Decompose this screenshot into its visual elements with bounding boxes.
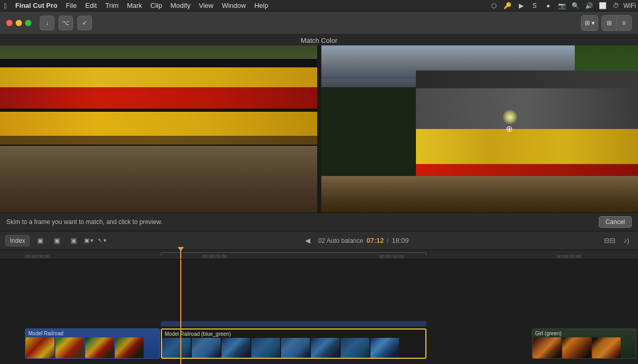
- cursor-indicator: [506, 124, 516, 134]
- train-body: [0, 59, 317, 168]
- apple-logo-icon[interactable]: : [4, 2, 7, 10]
- match-color-header: Match Color: [0, 34, 638, 45]
- circle-icon: ●: [544, 2, 552, 10]
- layout-group: ⊞ ≡: [601, 15, 632, 31]
- timeline-tracks[interactable]: Model Railroad Model Railroad (blue_gree…: [0, 260, 638, 364]
- check-button[interactable]: ✓: [77, 16, 92, 30]
- clip-thumb-y8: [370, 338, 399, 358]
- volume-icon: 🔊: [585, 2, 593, 10]
- timeline-center: 02 Auto balance 07:12 / 18:09: [318, 237, 409, 244]
- clip-thumb-y3: [222, 338, 250, 358]
- viewer-right[interactable]: [321, 45, 639, 213]
- engine-top: [416, 71, 638, 88]
- clip-thumb-1: [26, 337, 54, 358]
- view-toggle-group: ⊞ ▾: [581, 15, 598, 31]
- camera-icon: 📷: [558, 2, 566, 10]
- train-yellow-top: [0, 67, 317, 87]
- menu-window[interactable]: Window: [222, 2, 246, 9]
- rail-bottom: [0, 192, 317, 193]
- clip-appearance-icon[interactable]: ▣: [34, 234, 47, 247]
- train-engine: [416, 71, 638, 187]
- back-arrow-icon: ↓: [45, 19, 49, 27]
- clip-label-model-railroad-bg: Model Railroad (blue_green): [165, 331, 231, 337]
- prev-button[interactable]: ◀: [301, 234, 314, 247]
- menu-trim[interactable]: Trim: [105, 2, 119, 9]
- skim-instruction: Skim to a frame you want to match, and c…: [6, 218, 599, 226]
- engine-body: [416, 88, 638, 129]
- rail-top: [0, 181, 317, 182]
- menu-help[interactable]: Help: [254, 2, 269, 9]
- ground: [0, 154, 317, 213]
- secondary-clip-bar: [161, 321, 426, 326]
- viewer-button[interactable]: ⊞ ▾: [582, 16, 598, 30]
- tool-chevron-icon: ▾: [103, 237, 107, 244]
- timeline-controls: Index ▣ ▣ ▣ ▣ ▾ ↖ ▾ ◀ 02 Auto balance 07…: [0, 231, 638, 250]
- clip-thumbs-yellow: [162, 338, 425, 358]
- zoom-icon[interactable]: ⊟⊟: [604, 234, 616, 247]
- minimize-button[interactable]: [16, 20, 22, 26]
- arrow-tool-icon: ↖: [98, 237, 102, 244]
- menu-edit[interactable]: Edit: [85, 2, 97, 9]
- engine-yellow: [416, 129, 638, 164]
- train-red: [0, 87, 317, 109]
- key-button[interactable]: ⌥: [59, 16, 73, 30]
- chevron-down-icon: ▾: [591, 19, 595, 27]
- back-button[interactable]: ↓: [40, 16, 54, 30]
- menu-file[interactable]: File: [66, 2, 77, 9]
- clip-appearance2-icon[interactable]: ▣: [51, 234, 63, 247]
- fullscreen-button[interactable]: [25, 20, 31, 26]
- list-icon: ≡: [622, 19, 625, 27]
- clip-thumb-3: [85, 337, 114, 358]
- viewer-left[interactable]: [0, 45, 317, 213]
- ruler-mark-0: 00:00:00:00: [25, 254, 50, 259]
- status-bar: Skim to a frame you want to match, and c…: [0, 213, 638, 231]
- headlight: [502, 109, 518, 125]
- list-button[interactable]: ≡: [617, 16, 631, 30]
- app-name[interactable]: Final Cut Pro: [15, 2, 57, 9]
- tool-selector[interactable]: ↖ ▾: [98, 237, 107, 244]
- clip-thumb-y4: [251, 338, 280, 358]
- toolbar-right: ⊞ ▾ ⊞ ≡: [581, 15, 632, 31]
- ground-right: [321, 176, 639, 213]
- clip-thumb-g3: [592, 337, 621, 358]
- clip-thumb-y5: [281, 338, 310, 358]
- clip-label-model-railroad: Model Railroad: [28, 331, 63, 336]
- menu-modify[interactable]: Modify: [170, 2, 190, 9]
- clip-model-railroad[interactable]: Model Railroad: [25, 328, 160, 359]
- timecode-separator: /: [387, 237, 388, 244]
- menu-view[interactable]: View: [199, 2, 213, 9]
- timeline-right: ⊟⊟ ♪): [604, 234, 633, 247]
- s-icon: S: [530, 2, 539, 10]
- play-icon: ▶: [517, 2, 525, 10]
- cancel-button[interactable]: Cancel: [599, 216, 632, 228]
- audio-icon[interactable]: ♪): [620, 234, 633, 247]
- clip-row: Model Railroad Model Railroad (blue_gree…: [0, 327, 638, 359]
- menubar-right: ⬡ 🔑 ▶ S ● 📷 🔍 🔊 ⬜ ⏱ WiFi: [490, 2, 634, 10]
- match-color-title: Match Color: [300, 37, 337, 44]
- clip-label-girl: Girl (green): [535, 331, 562, 336]
- menu-clip[interactable]: Clip: [150, 2, 162, 9]
- viewer-area: [0, 45, 638, 213]
- grid-button[interactable]: ⊞: [602, 16, 617, 30]
- train-lower: [0, 136, 317, 145]
- viewer-left-content: [0, 45, 317, 213]
- playhead-line: [180, 260, 181, 364]
- traffic-lights: [6, 20, 31, 26]
- close-button[interactable]: [6, 20, 13, 26]
- engine-red: [416, 164, 638, 175]
- 1password-icon: 🔑: [503, 2, 512, 10]
- wifi-icon: WiFi: [625, 2, 634, 10]
- auto-balance-label: 02 Auto balance: [318, 237, 363, 244]
- index-button[interactable]: Index: [5, 235, 30, 246]
- playhead-ruler: [180, 250, 181, 259]
- clip-model-railroad-bg[interactable]: Model Railroad (blue_green): [161, 328, 426, 359]
- timeline-ruler: 00:00:00:00 00:00:05:00 00:00:10:00 00:0…: [0, 250, 638, 260]
- key-icon: ⌥: [62, 19, 69, 27]
- menu-mark[interactable]: Mark: [127, 2, 142, 9]
- clip-appearance3-icon[interactable]: ▣: [67, 234, 80, 247]
- menubar:  Final Cut Pro File Edit Trim Mark Clip…: [0, 0, 638, 11]
- train-top: [0, 59, 317, 68]
- clip-options-button[interactable]: ▣ ▾: [84, 237, 94, 244]
- clip-girl-green[interactable]: Girl (green): [532, 328, 636, 359]
- clip-thumb-y7: [341, 338, 369, 358]
